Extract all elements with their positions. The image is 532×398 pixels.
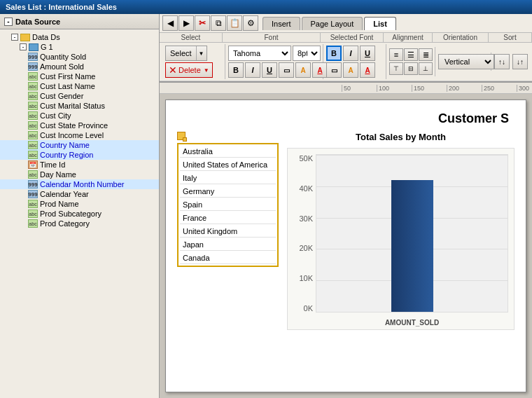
forward-btn[interactable]: ▶ bbox=[178, 15, 194, 31]
tree-item-cust-last[interactable]: abc Cust Last Name bbox=[0, 81, 159, 91]
ruler-mark-250: 250 bbox=[482, 85, 517, 92]
toolbar-groups-header: Select Font Selected Font Alignment Orie… bbox=[160, 33, 532, 43]
tree-item-cust-state[interactable]: abc Cust State Province bbox=[0, 121, 159, 130]
expand-datads[interactable]: - bbox=[11, 34, 18, 41]
group-header-sort: Sort bbox=[489, 33, 532, 42]
y-label-40k: 40K bbox=[299, 184, 313, 193]
cut-btn[interactable]: ✂ bbox=[195, 15, 210, 31]
expand-icon[interactable]: - bbox=[4, 18, 13, 26]
right-panel: ◀ ▶ ✂ ⧉ 📋 ⚙ Insert Page Layout List Sele… bbox=[160, 14, 532, 398]
tree-item-prod-subcat[interactable]: abc Prod Subcategory bbox=[0, 209, 159, 219]
underline-btn[interactable]: U bbox=[262, 62, 277, 78]
toolbar-group-sort: ↑↓ ↓↑ bbox=[491, 53, 531, 71]
tree-item-country-name[interactable]: abc Country Name bbox=[0, 140, 159, 150]
align-center-btn[interactable]: ☰ bbox=[404, 48, 418, 61]
align-middle-btn[interactable]: ⊟ bbox=[404, 62, 418, 75]
border-btn[interactable]: ▭ bbox=[279, 62, 294, 78]
tree-item-datads[interactable]: - Data Ds bbox=[0, 32, 159, 42]
page-canvas: Customer S AustraliaUnited States of Ame… bbox=[165, 100, 526, 392]
tree-item-quantity-sold[interactable]: 999 Quantity Sold bbox=[0, 52, 159, 62]
orientation-select[interactable]: Vertical Horizontal bbox=[438, 54, 494, 69]
group-header-font: Font bbox=[223, 33, 321, 42]
font-size-select[interactable]: 8pt bbox=[293, 46, 321, 61]
field-icon-prod-cat: abc bbox=[28, 219, 38, 228]
tree-item-cal-year[interactable]: 999 Calendar Year bbox=[0, 189, 159, 199]
delete-btn[interactable]: ✕ Delete ▼ bbox=[165, 62, 213, 78]
field-icon-day-name: abc bbox=[28, 170, 38, 179]
tree-item-prod-cat[interactable]: abc Prod Category bbox=[0, 219, 159, 228]
sel-italic-btn[interactable]: I bbox=[343, 46, 358, 61]
list-anchor-icon bbox=[177, 132, 187, 142]
toolbar-group-font: Tahoma 8pt B I U ▭ A A bbox=[225, 44, 323, 79]
align-left-btn[interactable]: ≡ bbox=[389, 48, 403, 61]
y-label-30k: 30K bbox=[299, 214, 313, 223]
tree-item-cust-income[interactable]: abc Cust Income Level bbox=[0, 130, 159, 140]
select-dropdown[interactable]: Select ▼ bbox=[165, 46, 207, 61]
field-icon-cust-last: abc bbox=[28, 82, 38, 90]
tree-item-prod-name[interactable]: abc Prod Name bbox=[0, 199, 159, 209]
back-btn[interactable]: ◀ bbox=[162, 15, 178, 31]
sort-desc-btn[interactable]: ↓↑ bbox=[512, 54, 528, 69]
list-item: United Kingdom bbox=[180, 226, 276, 238]
folder-datads-icon bbox=[20, 34, 30, 41]
sel-fg-btn[interactable]: A bbox=[360, 62, 375, 78]
gear-btn[interactable]: ⚙ bbox=[243, 15, 258, 31]
tab-insert[interactable]: Insert bbox=[262, 17, 300, 30]
align-bottom-btn[interactable]: ⊥ bbox=[419, 62, 433, 75]
ruler-mark-50: 50 bbox=[342, 85, 377, 92]
tree-item-cal-month[interactable]: 999 Calendar Month Number bbox=[0, 179, 159, 189]
ruler-mark-200: 200 bbox=[447, 85, 482, 92]
y-label-10k: 10K bbox=[299, 274, 313, 282]
ruler-mark-100: 100 bbox=[377, 85, 412, 92]
chart-y-labels: 50K 40K 30K 20K 10K 0K bbox=[288, 154, 316, 313]
sel-border-btn[interactable]: ▭ bbox=[326, 62, 342, 78]
paste-btn[interactable]: 📋 bbox=[227, 15, 242, 31]
tab-list[interactable]: List bbox=[364, 17, 396, 30]
sort-asc-btn[interactable]: ↑↓ bbox=[494, 54, 510, 69]
align-top-btn[interactable]: ⊤ bbox=[389, 62, 403, 75]
tree-item-cust-first[interactable]: abc Cust First Name bbox=[0, 71, 159, 81]
tree-item-cust-city[interactable]: abc Cust City bbox=[0, 111, 159, 121]
font-name-select[interactable]: Tahoma bbox=[228, 46, 291, 61]
chart-area: Total Sales by Month 50K 40K 30K 20K 10K… bbox=[287, 132, 514, 330]
chart-plot bbox=[316, 154, 508, 313]
sel-underline-btn[interactable]: U bbox=[360, 46, 375, 61]
field-icon-cust-income: abc bbox=[28, 131, 38, 139]
folder-g1-icon bbox=[29, 43, 38, 51]
sel-bg-btn[interactable]: A bbox=[343, 62, 358, 78]
tree-item-amount-sold[interactable]: 999 Amount Sold bbox=[0, 62, 159, 71]
list-item: Japan bbox=[180, 239, 276, 251]
tab-page-layout[interactable]: Page Layout bbox=[302, 17, 363, 30]
tree-item-time-id[interactable]: 📅 Time Id bbox=[0, 160, 159, 170]
field-icon-amount: 999 bbox=[28, 62, 38, 71]
sel-bold-btn[interactable]: B bbox=[326, 46, 342, 61]
chart-bar bbox=[391, 180, 433, 312]
tree-item-country-region[interactable]: abc Country Region bbox=[0, 150, 159, 160]
prod-subcat-label: Prod Subcategory bbox=[40, 210, 102, 218]
tree-item-day-name[interactable]: abc Day Name bbox=[0, 170, 159, 179]
cust-marital-label: Cust Marital Status bbox=[40, 102, 105, 110]
cust-income-label: Cust Income Level bbox=[40, 131, 104, 139]
expand-g1[interactable]: - bbox=[20, 43, 27, 50]
field-icon-cust-state: abc bbox=[28, 121, 38, 130]
bold-btn[interactable]: B bbox=[228, 62, 244, 78]
align-right-btn[interactable]: ≣ bbox=[419, 48, 433, 61]
cust-first-label: Cust First Name bbox=[40, 72, 95, 81]
copy-btn[interactable]: ⧉ bbox=[211, 15, 226, 31]
tree-item-g1[interactable]: - G 1 bbox=[0, 42, 159, 52]
group-header-alignment: Alignment bbox=[384, 33, 433, 42]
toolbar-group-alignment: ≡ ☰ ≣ ⊤ ⊟ ⊥ bbox=[386, 47, 435, 76]
align-row1: ≡ ☰ ≣ bbox=[389, 48, 433, 61]
italic-btn[interactable]: I bbox=[245, 62, 260, 78]
field-icon-cust-marital: abc bbox=[28, 102, 38, 110]
list-item: Germany bbox=[180, 186, 276, 198]
tabs-row: Insert Page Layout List bbox=[262, 17, 396, 30]
tree-item-cust-marital[interactable]: abc Cust Marital Status bbox=[0, 101, 159, 111]
font-row1: Tahoma 8pt bbox=[228, 46, 321, 61]
quick-toolbar: ◀ ▶ ✂ ⧉ 📋 ⚙ bbox=[162, 15, 258, 31]
field-icon-prod-subcat: abc bbox=[28, 210, 38, 218]
tree-item-cust-gender[interactable]: abc Cust Gender bbox=[0, 91, 159, 101]
bg-color-btn[interactable]: A bbox=[295, 62, 311, 78]
select-btn-label: Select bbox=[166, 49, 196, 57]
ruler-mark-150: 150 bbox=[412, 85, 447, 92]
